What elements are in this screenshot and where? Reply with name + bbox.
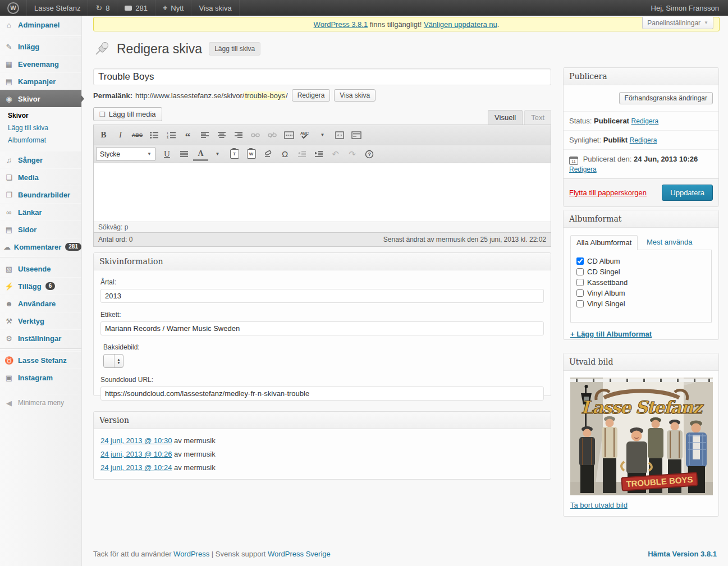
revision-link[interactable]: 24 juni, 2013 @ 10:24 [100,463,172,472]
revision-link[interactable]: 24 juni, 2013 @ 10:30 [100,436,172,445]
remove-featured-image-link[interactable]: Ta bort utvald bild [570,501,628,509]
sidebar-item-utseende[interactable]: ▧ Utseende [0,260,81,277]
sidebar-item-kommentarer[interactable]: ☁ Kommentarer 281 [0,238,81,255]
featured-image-thumbnail[interactable]: Lasse Stefanz [570,378,713,495]
fullscreen-button[interactable] [332,129,347,141]
sidebar-item-media[interactable]: ❏ Media [0,168,81,186]
sidebar-item-sanger[interactable]: ♫ Sånger [0,151,81,168]
move-to-trash-link[interactable]: Flytta till papperskorgen [569,188,647,197]
cd-singel-checkbox[interactable] [576,268,584,275]
albumformat-option[interactable]: CD Album [576,257,706,265]
sidebar-item-kampanjer[interactable]: ▤ Kampanjer [0,72,81,90]
view-post-link[interactable]: Visa skiva [191,0,239,16]
soundcloud-input[interactable] [100,386,544,401]
edit-status-link[interactable]: Redigera [631,117,659,125]
remove-formatting-button[interactable] [260,148,276,160]
albumformat-option[interactable]: Vinyl Album [576,289,706,297]
sidebar-item-lankar[interactable]: ∞ Länkar [0,203,81,220]
vinyl-album-checkbox[interactable] [576,289,584,297]
collapse-menu-button[interactable]: ◀ Minimera meny [0,394,81,411]
wordpress-logo-menu[interactable]: W [0,0,27,16]
sidebar-item-beundrarbilder[interactable]: ❐ Beundrarbilder [0,186,81,203]
sidebar-item-instagram[interactable]: ▣ Instagram [0,369,81,386]
cd-album-checkbox[interactable] [576,257,584,265]
submenu-item-skivor[interactable]: Skivor [0,109,81,122]
editor-content-area[interactable] [94,163,551,222]
updates-link[interactable]: ↻ 8 [88,0,117,16]
update-now-link[interactable]: Vänligen uppdatera nu [424,20,497,29]
align-left-button[interactable] [197,129,212,141]
paste-from-word-button[interactable]: W [244,148,259,160]
add-new-button[interactable]: Lägg till skiva [209,42,260,56]
sidebar-item-tillagg[interactable]: ⚡ Tillägg 6 [0,277,81,294]
italic-button[interactable]: I [113,129,128,141]
special-character-button[interactable]: Ω [277,148,292,160]
tab-all-albumformat[interactable]: Alla Albumformat [570,235,638,250]
underline-button[interactable]: U [159,148,175,160]
indent-button[interactable] [311,148,326,160]
bullet-list-button[interactable] [146,129,162,141]
more-tag-button[interactable] [281,129,296,141]
sidebar-item-evenemang[interactable]: ▦ Evenemang [0,55,81,72]
tab-text[interactable]: Text [524,110,551,125]
edit-date-link[interactable]: Redigera [569,165,597,173]
undo-button[interactable]: ↶ [328,148,343,160]
preview-changes-button[interactable]: Förhandsgranska ändringar [619,92,713,104]
submenu-item-albumformat[interactable]: Albumformat [0,134,81,146]
edit-permalink-button[interactable]: Redigera [292,89,331,102]
sidebar-item-anvandare[interactable]: ☻ Användare [0,294,81,312]
sidebar-item-sidor[interactable]: ▤ Sidor [0,220,81,238]
remove-link-button[interactable] [264,129,280,141]
account-menu[interactable]: Hej, Simon Fransson [642,0,728,16]
sidebar-item-installningar[interactable]: ⚙ Inställningar [0,329,81,347]
albumformat-option[interactable]: CD Singel [576,268,706,276]
align-center-button[interactable] [214,129,229,141]
sidebar-item-inlagg[interactable]: ✎ Inlägg [0,38,81,55]
sidebar-item-adminpanel[interactable]: ⌂ Adminpanel [0,16,81,33]
vinyl-singel-checkbox[interactable] [576,300,584,307]
strikethrough-button[interactable]: ABC [130,129,145,141]
spellcheck-button[interactable]: ABC [298,129,313,141]
comments-link[interactable]: 281 [117,0,155,16]
sidebar-item-verktyg[interactable]: ⚒ Verktyg [0,312,81,329]
kitchen-sink-button[interactable] [349,129,364,141]
add-media-button[interactable]: ❏ Lägg till media [93,107,162,121]
post-title-input[interactable] [93,68,551,85]
align-justify-button[interactable] [176,148,191,160]
wordpress-sverige-link[interactable]: WordPress Sverige [268,550,331,558]
sidebar-item-skivor[interactable]: ◉ Skivor [0,90,81,107]
help-button[interactable]: ? [361,148,377,160]
get-version-link[interactable]: Hämta Version 3.8.1 [648,550,717,558]
update-button[interactable]: Uppdatera [662,185,713,201]
blockquote-button[interactable]: “ [180,127,195,143]
sidebar-item-lasse-stefanz[interactable]: ♉ Lasse Stefanz [0,351,81,369]
view-post-button[interactable]: Visa skiva [334,89,376,102]
albumformat-option[interactable]: Kassettband [576,278,706,287]
back-cover-select[interactable]: ▲▼ [103,354,123,368]
spellcheck-dropdown-icon[interactable]: ▼ [315,129,330,141]
albumformat-option[interactable]: Vinyl Singel [576,300,706,308]
bold-button[interactable]: B [96,129,111,141]
new-content-menu[interactable]: + Nytt [155,0,191,16]
insert-link-button[interactable] [248,129,263,141]
text-color-dropdown-icon[interactable]: ▼ [210,148,225,160]
screen-options-tab[interactable]: Panelinställningar ▼ [642,17,713,29]
numbered-list-button[interactable]: 123 [163,129,178,141]
tab-most-used[interactable]: Mest använda [647,238,693,246]
add-albumformat-link[interactable]: + Lägg till Albumformat [570,330,652,338]
outdent-button[interactable] [294,148,309,160]
redo-button[interactable]: ↷ [345,148,360,160]
etikett-input[interactable] [100,321,544,335]
paragraph-format-select[interactable]: Stycke ▼ [96,147,155,161]
update-version-link[interactable]: WordPress 3.8.1 [314,20,368,29]
align-right-button[interactable] [231,129,246,141]
edit-visibility-link[interactable]: Redigera [630,136,657,144]
wordpress-link[interactable]: WordPress [173,550,209,558]
tab-visual[interactable]: Visuell [488,110,523,125]
kassettband-checkbox[interactable] [576,279,584,286]
year-input[interactable] [100,289,544,303]
submenu-item-lagg-till-skiva[interactable]: Lägg till skiva [0,122,81,134]
paste-as-text-button[interactable]: T [227,148,242,160]
revision-link[interactable]: 24 juni, 2013 @ 10:26 [100,450,172,458]
site-name-link[interactable]: Lasse Stefanz [27,0,88,16]
